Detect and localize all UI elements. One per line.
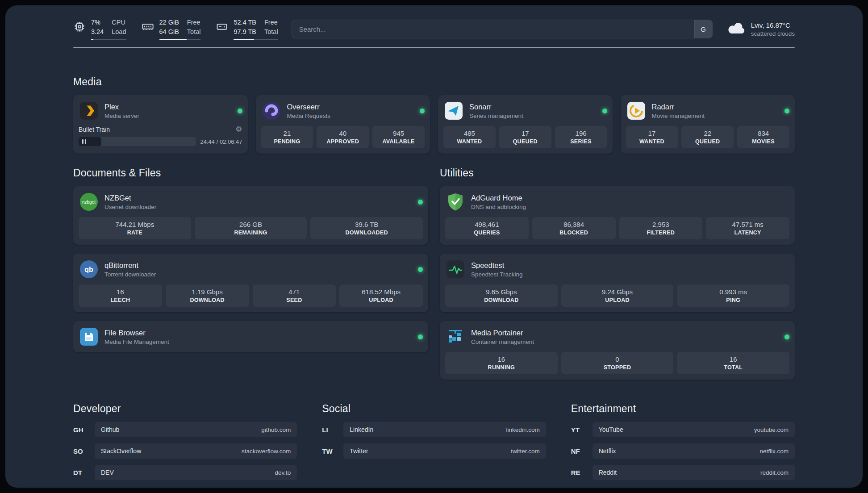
- section-title-social: Social: [322, 403, 546, 415]
- stat-tile: 498,461 QUERIES: [445, 217, 529, 239]
- stat-tile: 86,384 BLOCKED: [532, 217, 616, 239]
- bookmark-linkedin[interactable]: LI LinkedIn linkedin.com: [322, 422, 546, 437]
- cloud-icon: [726, 22, 746, 36]
- service-card-qbittorrent[interactable]: qb qBittorrent Torrent downloader: [73, 254, 428, 312]
- bookmark-abbr: GH: [73, 426, 95, 434]
- stat-tile: 471 SEED: [253, 284, 336, 307]
- bookmark-abbr: NF: [571, 447, 593, 455]
- service-card-overseerr[interactable]: Overseerr Media Requests 21 PENDING 40 A…: [256, 95, 430, 154]
- cpu-usage-value: 7%: [91, 18, 104, 27]
- portainer-icon: [445, 326, 466, 347]
- memory-progress-bar: [159, 39, 201, 40]
- service-name: Radarr: [652, 103, 705, 111]
- service-description: Media server: [104, 113, 139, 119]
- status-dot: [785, 109, 789, 113]
- bookmark-twitter[interactable]: TW Twitter twitter.com: [322, 443, 546, 459]
- stat-tile: 485 WANTED: [443, 126, 496, 148]
- section-title-utilities: Utilities: [440, 167, 795, 179]
- filebrowser-icon: [79, 326, 99, 347]
- bookmark-group-social: Social LI LinkedIn linkedin.com TW Twitt…: [322, 403, 546, 480]
- status-dot: [602, 109, 607, 113]
- stat-tile: 16 RUNNING: [445, 352, 558, 374]
- service-card-radarr[interactable]: Radarr Movie management 17 WANTED 22 QUE…: [621, 95, 795, 154]
- stat-tile: 2,953 FILTERED: [619, 217, 703, 239]
- service-name: File Browser: [104, 329, 169, 337]
- cpu-usage-label: CPU: [112, 18, 126, 27]
- stat-tile: 618.52 Mbps UPLOAD: [339, 284, 423, 307]
- settings-gear-icon[interactable]: ⚙: [235, 125, 242, 133]
- adguard-icon: [445, 192, 466, 212]
- service-name: Media Portainer: [471, 329, 534, 337]
- status-dot: [418, 334, 423, 339]
- stat-tile: 1.19 Gbps DOWNLOAD: [166, 284, 249, 307]
- bookmark-abbr: LI: [322, 426, 343, 434]
- memory-widget: 22 GiB 64 GiB Free Total: [142, 18, 201, 40]
- resource-widgets: 7% 3.24 CPU Load: [73, 18, 278, 40]
- bookmark-dev[interactable]: DT DEV dev.to: [73, 465, 297, 480]
- stat-tile: 22 QUEUED: [681, 126, 734, 148]
- cpu-icon: [73, 18, 86, 33]
- stat-tile: 0.993 ms PING: [677, 284, 789, 307]
- bookmark-group-developer: Developer GH Github github.com SO StackO…: [73, 403, 297, 480]
- section-title-media: Media: [73, 76, 795, 88]
- memory-total-label: Total: [187, 27, 201, 37]
- service-name: Plex: [104, 103, 139, 111]
- section-title-entertainment: Entertainment: [571, 403, 795, 415]
- bookmark-abbr: TW: [322, 447, 343, 455]
- cpu-widget: 7% 3.24 CPU Load: [73, 18, 126, 40]
- service-description: Movie management: [652, 113, 705, 119]
- service-description: DNS and adblocking: [471, 204, 526, 210]
- service-description: Usenet downloader: [104, 204, 156, 210]
- sonarr-icon: [443, 100, 464, 121]
- service-description: Series management: [469, 113, 523, 119]
- stat-tile: 16 TOTAL: [677, 352, 789, 374]
- playback-progress-bar[interactable]: [79, 137, 196, 146]
- weather-widget: Lviv, 16.87°C scattered clouds: [726, 21, 795, 37]
- service-card-sonarr[interactable]: Sonarr Series management 485 WANTED 17 Q…: [438, 95, 613, 154]
- svg-text:nzbget: nzbget: [82, 200, 96, 205]
- service-description: Speedtest Tracking: [471, 271, 523, 278]
- playback-time: 24:44 / 02:06:47: [200, 138, 242, 145]
- search-provider-button[interactable]: G: [694, 20, 712, 38]
- service-card-filebrowser[interactable]: File Browser Media File Management: [73, 321, 428, 352]
- cpu-progress-bar: [91, 39, 126, 40]
- cpu-load-label: Load: [112, 27, 126, 37]
- stat-tile: 17 QUEUED: [499, 126, 551, 148]
- topbar-divider: [73, 47, 795, 48]
- service-name: Overseerr: [287, 103, 331, 111]
- section-title-documents: Documents & Files: [73, 167, 428, 179]
- service-card-plex[interactable]: Plex Media server Bullet Train ⚙: [73, 95, 248, 154]
- bookmark-youtube[interactable]: YT YouTube youtube.com: [571, 422, 795, 437]
- stat-tile: 744.21 Mbps RATE: [79, 217, 191, 239]
- service-name: Sonarr: [469, 103, 523, 111]
- stat-tile: 40 APPROVED: [317, 126, 369, 148]
- plex-icon: [79, 100, 99, 121]
- dashboard-content: 7% 3.24 CPU Load: [5, 5, 863, 488]
- service-card-adguard[interactable]: AdGuard Home DNS and adblocking 498,461 …: [440, 186, 795, 245]
- stat-tile: 9.24 Gbps UPLOAD: [561, 284, 674, 307]
- pause-icon[interactable]: [82, 139, 86, 144]
- bookmark-netflix[interactable]: NF Netflix netflix.com: [571, 443, 795, 459]
- service-card-nzbget[interactable]: nzbget NZBGet Usenet downloader 74: [73, 186, 428, 245]
- stat-tile: 39.6 TB DOWNLOADED: [310, 217, 423, 239]
- service-name: Speedtest: [471, 261, 523, 270]
- service-card-portainer[interactable]: Media Portainer Container management 16 …: [440, 321, 795, 380]
- search-input[interactable]: [292, 20, 713, 38]
- nzbget-icon: nzbget: [79, 192, 99, 212]
- memory-icon: [142, 18, 154, 33]
- stat-tile: 21 PENDING: [261, 126, 313, 148]
- cpu-load-value: 3.24: [91, 27, 104, 37]
- overseerr-icon: [261, 100, 282, 121]
- stat-tile: 196 SERIES: [555, 126, 607, 148]
- bookmark-stackoverflow[interactable]: SO StackOverflow stackoverflow.com: [73, 443, 297, 459]
- radarr-icon: [626, 100, 647, 121]
- service-card-speedtest[interactable]: Speedtest Speedtest Tracking 9.65 Gbps D…: [440, 254, 795, 312]
- section-media: Media Plex Media server: [73, 76, 795, 154]
- memory-total-value: 64 GiB: [159, 27, 179, 37]
- qbittorrent-icon: qb: [79, 259, 99, 280]
- dashboard: 7% 3.24 CPU Load: [5, 5, 863, 488]
- disk-icon: [216, 18, 228, 33]
- bookmark-github[interactable]: GH Github github.com: [73, 422, 297, 437]
- bookmark-reddit[interactable]: RE Reddit reddit.com: [571, 465, 795, 480]
- stat-tile: 16 LEECH: [79, 284, 162, 307]
